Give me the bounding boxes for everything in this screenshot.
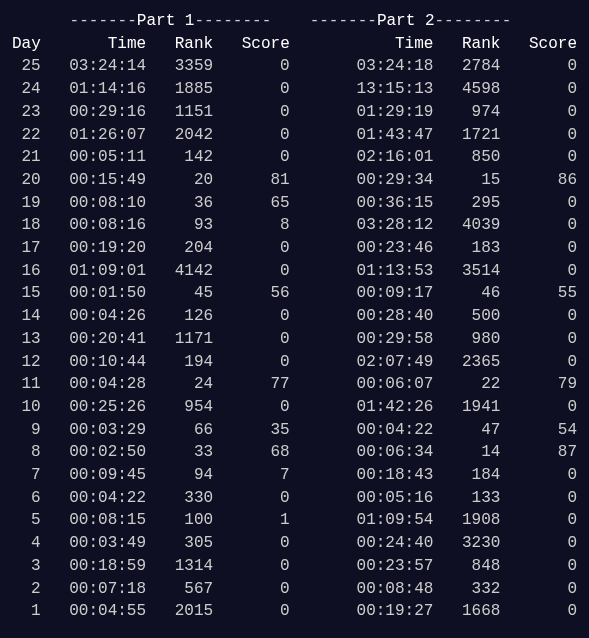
p1-rank: 204 [146, 237, 213, 260]
p1-rank: 93 [146, 214, 213, 237]
p2-rank: 4039 [433, 214, 500, 237]
p2-time: 00:19:27 [328, 600, 433, 623]
p2-time: 03:24:18 [328, 55, 433, 78]
p2-score: 0 [500, 305, 577, 328]
p1-score: 0 [213, 124, 290, 147]
table-row: 800:02:50336800:06:341487 [12, 441, 577, 464]
table-row: 200:07:18567000:08:483320 [12, 578, 577, 601]
table-row: 1100:04:28247700:06:072279 [12, 373, 577, 396]
p2-time: 00:04:22 [328, 419, 433, 442]
p1-score: 0 [213, 260, 290, 283]
p1-rank: 94 [146, 464, 213, 487]
p2-rank: 1941 [433, 396, 500, 419]
p2-rank: 2784 [433, 55, 500, 78]
p1-score: 68 [213, 441, 290, 464]
p2-score: 0 [500, 487, 577, 510]
p1-time: 00:09:45 [41, 464, 146, 487]
day: 15 [12, 282, 41, 305]
p2-rank: 183 [433, 237, 500, 260]
p2-score: 0 [500, 101, 577, 124]
table-row: 900:03:29663500:04:224754 [12, 419, 577, 442]
p1-time: 00:07:18 [41, 578, 146, 601]
p1-rank: 1314 [146, 555, 213, 578]
p1-rank: 100 [146, 509, 213, 532]
p1-rank: 194 [146, 351, 213, 374]
p1-time: 00:04:22 [41, 487, 146, 510]
p2-time: 00:06:07 [328, 373, 433, 396]
table-row: 1400:04:26126000:28:405000 [12, 305, 577, 328]
p2-score: 0 [500, 78, 577, 101]
p2-score: 79 [500, 373, 577, 396]
table-row: 1300:20:411171000:29:589800 [12, 328, 577, 351]
table-row: 1500:01:50455600:09:174655 [12, 282, 577, 305]
p2-rank: 3230 [433, 532, 500, 555]
table-row: 1900:08:10366500:36:152950 [12, 192, 577, 215]
p2-rank: 1721 [433, 124, 500, 147]
p2-rank: 850 [433, 146, 500, 169]
p1-score: 8 [213, 214, 290, 237]
table-row: 2401:14:161885013:15:1345980 [12, 78, 577, 101]
p2-rank: 133 [433, 487, 500, 510]
day: 7 [12, 464, 41, 487]
table-row: 2201:26:072042001:43:4717210 [12, 124, 577, 147]
table-row: 1000:25:26954001:42:2619410 [12, 396, 577, 419]
p2-rank: 1668 [433, 600, 500, 623]
day: 8 [12, 441, 41, 464]
p1-time: 00:04:55 [41, 600, 146, 623]
day: 9 [12, 419, 41, 442]
p1-rank: 142 [146, 146, 213, 169]
day: 17 [12, 237, 41, 260]
p1-time: 00:04:28 [41, 373, 146, 396]
p2-rank: 3514 [433, 260, 500, 283]
p1-time: 00:03:49 [41, 532, 146, 555]
p2-time: 01:13:53 [328, 260, 433, 283]
p1-score: 0 [213, 146, 290, 169]
p2-score: 0 [500, 146, 577, 169]
day: 10 [12, 396, 41, 419]
p2-time: 01:42:26 [328, 396, 433, 419]
table-row: 1200:10:44194002:07:4923650 [12, 351, 577, 374]
p1-time: 00:18:59 [41, 555, 146, 578]
table-row: 700:09:4594700:18:431840 [12, 464, 577, 487]
p1-rank: 1885 [146, 78, 213, 101]
p2-rank: 848 [433, 555, 500, 578]
day: 2 [12, 578, 41, 601]
p1-time: 03:24:14 [41, 55, 146, 78]
p1-time: 00:08:10 [41, 192, 146, 215]
p2-time: 00:36:15 [328, 192, 433, 215]
p1-time: 01:14:16 [41, 78, 146, 101]
day: 13 [12, 328, 41, 351]
day: 22 [12, 124, 41, 147]
p2-score: 0 [500, 532, 577, 555]
p1-score: 0 [213, 351, 290, 374]
day: 4 [12, 532, 41, 555]
table-row: 2300:29:161151001:29:199740 [12, 101, 577, 124]
p2-rank: 1908 [433, 509, 500, 532]
table-row: 300:18:591314000:23:578480 [12, 555, 577, 578]
p1-time: 00:15:49 [41, 169, 146, 192]
p1-score: 0 [213, 328, 290, 351]
p2-score: 86 [500, 169, 577, 192]
p1-rank: 126 [146, 305, 213, 328]
table-row: 600:04:22330000:05:161330 [12, 487, 577, 510]
day: 24 [12, 78, 41, 101]
day: 5 [12, 509, 41, 532]
day: 25 [12, 55, 41, 78]
p1-score: 77 [213, 373, 290, 396]
day: 16 [12, 260, 41, 283]
p1-rank: 33 [146, 441, 213, 464]
p2-time: 00:29:58 [328, 328, 433, 351]
part1-header: -------Part 1-------- [41, 10, 271, 33]
p1-rank: 1151 [146, 101, 213, 124]
p1-score: 0 [213, 532, 290, 555]
p1-rank: 1171 [146, 328, 213, 351]
p2-score: 55 [500, 282, 577, 305]
p1-score: 0 [213, 555, 290, 578]
p2-time: 00:24:40 [328, 532, 433, 555]
p1-score: 35 [213, 419, 290, 442]
p2-score: 0 [500, 396, 577, 419]
p2-time: 00:05:16 [328, 487, 433, 510]
p2-score: 0 [500, 464, 577, 487]
p1-score: 0 [213, 237, 290, 260]
p1-rank: 2042 [146, 124, 213, 147]
